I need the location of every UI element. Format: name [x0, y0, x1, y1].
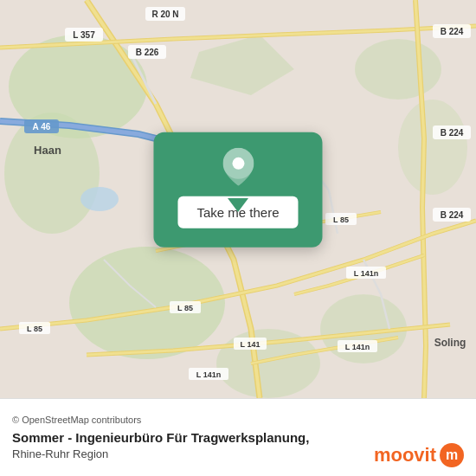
svg-text:B 224: B 224	[441, 27, 464, 36]
svg-text:L 85: L 85	[333, 215, 349, 224]
svg-text:L 141n: L 141n	[354, 269, 378, 278]
moovit-logo-icon: m	[440, 443, 464, 467]
svg-text:L 141: L 141	[241, 340, 261, 349]
svg-text:L 141n: L 141n	[196, 370, 221, 379]
attribution-text: © OpenStreetMap contributors	[12, 415, 464, 425]
svg-text:B 224: B 224	[441, 210, 464, 220]
svg-point-8	[398, 100, 467, 195]
moovit-logo: moovit m	[374, 443, 464, 467]
svg-point-41	[232, 158, 244, 170]
svg-text:Soling: Soling	[434, 337, 466, 349]
svg-text:L 85: L 85	[27, 325, 42, 333]
svg-text:Haan: Haan	[34, 144, 61, 157]
location-pin-icon	[222, 148, 254, 186]
place-region: Rhine-Ruhr Region	[12, 447, 309, 460]
svg-text:L 357: L 357	[73, 30, 95, 40]
svg-text:L 85: L 85	[177, 304, 193, 312]
map-container: L 357 B 226 R 20 N B 224 B 224 B 224 A 4…	[0, 0, 476, 398]
place-name: Sommer - Ingenieurbüro Für Tragwerksplan…	[12, 430, 309, 445]
svg-text:A 46: A 46	[33, 122, 51, 132]
svg-text:B 226: B 226	[136, 48, 159, 57]
svg-text:L 141n: L 141n	[345, 343, 370, 351]
popup-overlay: Take me there	[153, 132, 322, 248]
popup-pointer	[228, 198, 248, 212]
moovit-logo-text: moovit	[374, 444, 436, 466]
svg-text:B 224: B 224	[441, 128, 464, 138]
svg-point-9	[80, 187, 119, 211]
svg-point-7	[355, 39, 441, 100]
svg-text:R 20 N: R 20 N	[151, 10, 178, 19]
bottom-bar: © OpenStreetMap contributors Sommer - In…	[0, 398, 476, 476]
